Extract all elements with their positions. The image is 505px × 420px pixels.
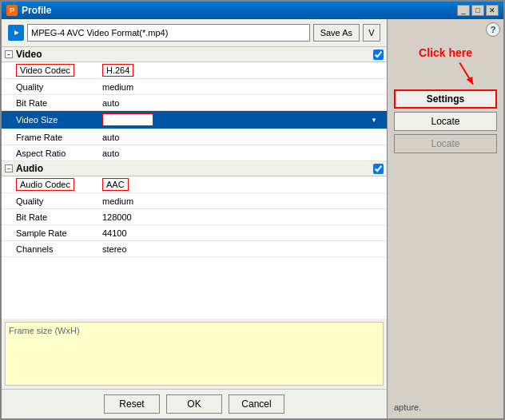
content-area: ▶ MPEG-4 AVC Video Format(*.mp4) Save As…	[2, 19, 503, 418]
video-codec-value-cell: H.264	[97, 62, 387, 78]
prop-name-cell: Channels	[2, 243, 97, 256]
maximize-button[interactable]: □	[471, 5, 484, 16]
arrow-container	[388, 62, 503, 86]
minimize-button[interactable]: _	[457, 5, 470, 16]
table-row: Channels stereo	[2, 241, 387, 257]
chevron-down-icon: ▼	[371, 117, 377, 124]
format-dropdown[interactable]: MPEG-4 AVC Video Format(*.mp4)	[27, 24, 310, 42]
audio-bitrate-label: Bit Rate	[16, 212, 47, 222]
video-codec-label: Video Codec	[16, 64, 74, 77]
prop-name-cell: Aspect Ratio	[2, 147, 97, 160]
audio-enabled-checkbox[interactable]	[373, 164, 384, 174]
table-row: Quality medium	[2, 79, 387, 95]
audio-collapse-button[interactable]: −	[5, 164, 13, 172]
video-collapse-button[interactable]: −	[5, 50, 13, 58]
quality-value-cell: medium	[97, 81, 387, 93]
table-row: Quality medium	[2, 193, 387, 209]
video-bitrate-value: auto	[102, 98, 119, 108]
channels-label: Channels	[16, 244, 53, 254]
prop-name-cell: Bit Rate	[2, 97, 97, 109]
ok-button[interactable]: OK	[166, 394, 222, 414]
audio-codec-value-cell: AAC	[97, 176, 387, 192]
table-row[interactable]: Video Size 1920x1080 ▼	[2, 111, 387, 129]
table-row: Audio Codec AAC	[2, 176, 387, 193]
sample-rate-value-cell: 44100	[97, 227, 387, 240]
cancel-button[interactable]: Cancel	[229, 394, 284, 414]
svg-marker-1	[466, 75, 475, 85]
capture-label: apture.	[394, 402, 421, 412]
settings-button[interactable]: Settings	[394, 89, 497, 109]
table-row: Bit Rate auto	[2, 95, 387, 111]
sample-rate-label: Sample Rate	[16, 228, 67, 238]
title-controls: _ □ ✕	[457, 5, 499, 16]
title-bar-left: P Profile	[6, 5, 51, 16]
right-panel: ? Click here Settings Locate Locate aptu…	[388, 19, 503, 418]
audio-quality-value-cell: medium	[97, 195, 387, 208]
size-dropdown-icon[interactable]: ▼	[366, 113, 382, 127]
format-dropdown-wrapper: MPEG-4 AVC Video Format(*.mp4)	[27, 24, 310, 42]
v-button[interactable]: V	[363, 24, 380, 42]
save-as-button[interactable]: Save As	[313, 24, 360, 42]
window-icon: P	[6, 5, 18, 16]
frame-rate-value-cell: auto	[97, 131, 387, 144]
audio-bitrate-value: 128000	[102, 212, 132, 222]
close-button[interactable]: ✕	[486, 5, 499, 16]
video-size-value: 1920x1080	[102, 113, 153, 126]
table-row: Bit Rate 128000	[2, 209, 387, 225]
channels-value: stereo	[102, 244, 127, 254]
right-top-bar: ?	[388, 19, 503, 40]
window-title: Profile	[22, 5, 51, 16]
locate-button-2: Locate	[394, 134, 497, 153]
video-size-dropdown-button[interactable]: ▼	[366, 113, 382, 127]
audio-bitrate-value-cell: 128000	[97, 211, 387, 224]
video-bitrate-value-cell: auto	[97, 97, 387, 109]
audio-section-header: − Audio	[2, 161, 387, 176]
right-bottom-text: apture.	[388, 396, 503, 418]
video-enabled-checkbox[interactable]	[373, 50, 384, 60]
notes-placeholder: Frame size (WxH)	[9, 326, 80, 335]
left-panel: ▶ MPEG-4 AVC Video Format(*.mp4) Save As…	[2, 19, 388, 418]
audio-codec-value: AAC	[102, 178, 129, 191]
prop-name-cell: Quality	[2, 195, 97, 208]
prop-name-cell: Video Codec	[2, 62, 97, 78]
video-bitrate-label: Bit Rate	[16, 98, 47, 108]
svg-line-0	[454, 62, 478, 84]
prop-name-cell: Sample Rate	[2, 227, 97, 240]
quality-label: Quality	[16, 82, 43, 92]
help-button[interactable]: ?	[486, 22, 500, 37]
profile-window: P Profile _ □ ✕ ▶ MPEG-4 AVC Video Forma…	[0, 0, 505, 420]
quality-value: medium	[102, 82, 133, 92]
notes-area: Frame size (WxH)	[5, 322, 384, 386]
frame-rate-value: auto	[102, 133, 119, 142]
aspect-ratio-value-cell: auto	[97, 147, 387, 160]
audio-codec-label: Audio Codec	[16, 178, 74, 191]
video-codec-value: H.264	[102, 64, 133, 77]
format-icon: ▶	[8, 25, 24, 41]
sample-rate-value: 44100	[102, 228, 127, 238]
frame-rate-label: Frame Rate	[16, 133, 62, 142]
video-size-label: Video Size	[16, 115, 58, 125]
bottom-buttons: Reset OK Cancel	[2, 389, 387, 418]
video-section-label: Video	[16, 49, 42, 60]
prop-name-cell: Frame Rate	[2, 131, 97, 144]
table-row: Sample Rate 44100	[2, 225, 387, 241]
prop-name-cell: Video Size	[2, 113, 97, 126]
reset-button[interactable]: Reset	[104, 394, 160, 414]
audio-quality-label: Quality	[16, 196, 43, 206]
video-section-header: − Video	[2, 47, 387, 62]
properties-table: − Video Video Codec H.264 Qualit	[2, 47, 387, 319]
aspect-ratio-label: Aspect Ratio	[16, 149, 66, 158]
prop-name-cell: Quality	[2, 81, 97, 93]
channels-value-cell: stereo	[97, 243, 387, 256]
table-row: Video Codec H.264	[2, 62, 387, 79]
locate-button-1[interactable]: Locate	[394, 112, 497, 131]
table-row: Frame Rate auto	[2, 129, 387, 145]
right-buttons: Settings Locate Locate	[388, 86, 503, 157]
table-row: Aspect Ratio auto	[2, 145, 387, 161]
click-here-label: Click here	[388, 40, 503, 62]
prop-name-cell: Audio Codec	[2, 176, 97, 192]
aspect-ratio-value: auto	[102, 149, 119, 158]
video-size-value-cell: 1920x1080 ▼	[97, 111, 387, 129]
audio-section-label: Audio	[16, 163, 43, 174]
format-toolbar: ▶ MPEG-4 AVC Video Format(*.mp4) Save As…	[2, 19, 387, 47]
